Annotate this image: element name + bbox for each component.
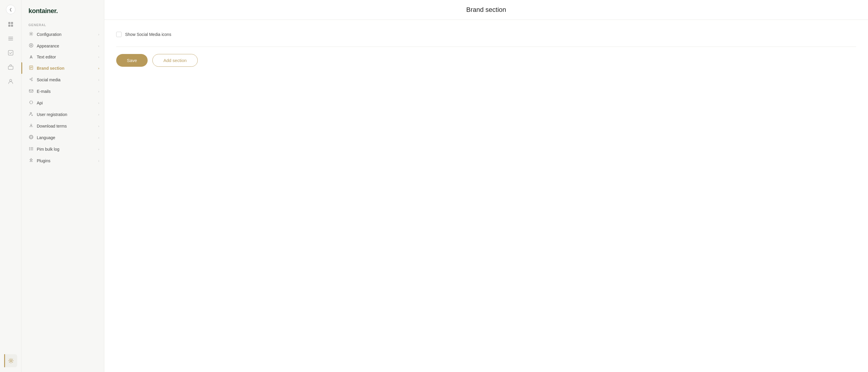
sidebar-label-download-terms: Download terms (37, 124, 95, 128)
sidebar-section-label: GENERAL (21, 21, 104, 28)
svg-point-9 (9, 80, 11, 82)
icon-rail: ❮ (0, 0, 21, 372)
chevron-icon-user-registration: › (98, 113, 99, 116)
svg-point-19 (30, 112, 32, 114)
svg-rect-24 (29, 149, 30, 150)
main-content-area: Brand section Show Social Media icons Sa… (104, 0, 868, 372)
sidebar-item-language[interactable]: Language › (21, 132, 104, 143)
check-icon (8, 50, 13, 56)
social-media-icon (28, 77, 34, 83)
save-button[interactable]: Save (116, 54, 148, 67)
rail-tasks-button[interactable] (4, 46, 17, 59)
svg-point-11 (31, 33, 32, 35)
plugins-icon (28, 158, 34, 164)
chevron-icon-brand-section: › (98, 66, 99, 70)
sidebar-label-api: Api (37, 101, 95, 105)
download-terms-icon (28, 123, 34, 129)
svg-rect-23 (29, 148, 30, 149)
sidebar-item-brand-section[interactable]: Brand section › (21, 62, 104, 74)
configuration-icon (28, 31, 34, 37)
action-buttons-row: Save Add section (116, 54, 856, 67)
sidebar-item-appearance[interactable]: Appearance › (21, 40, 104, 52)
api-icon (28, 100, 34, 106)
sidebar-item-social-media[interactable]: Social media › (21, 74, 104, 85)
grid-icon (8, 21, 13, 27)
rail-list-button[interactable] (4, 32, 17, 45)
sidebar-item-download-terms[interactable]: Download terms › (21, 120, 104, 132)
user-icon (8, 78, 13, 84)
sidebar-item-plugins[interactable]: Plugins › (21, 155, 104, 166)
svg-rect-3 (11, 25, 13, 27)
sidebar-label-configuration: Configuration (37, 32, 95, 37)
svg-rect-0 (8, 22, 10, 24)
chevron-icon-api: › (98, 101, 99, 105)
social-media-checkbox-row: Show Social Media icons (116, 32, 856, 37)
sidebar-label-plugins: Plugins (37, 159, 95, 163)
collapse-sidebar-button[interactable]: ❮ (6, 5, 16, 14)
chevron-icon-plugins: › (98, 159, 99, 163)
sidebar-label-appearance: Appearance (37, 44, 95, 48)
brand-section-icon (28, 65, 34, 71)
svg-rect-22 (29, 147, 30, 148)
chevron-icon-pim-bulk-log: › (98, 147, 99, 151)
chevron-icon-language: › (98, 136, 99, 139)
page-title: Brand section (466, 6, 506, 13)
settings-icon (8, 358, 14, 364)
sidebar-item-configuration[interactable]: Configuration › (21, 28, 104, 40)
svg-point-13 (31, 45, 32, 46)
svg-rect-5 (8, 38, 13, 39)
language-icon (28, 135, 34, 140)
sidebar-item-emails[interactable]: E-mails › (21, 85, 104, 97)
emails-icon (28, 88, 34, 94)
svg-point-10 (10, 360, 12, 362)
chevron-icon-text-editor: › (98, 55, 99, 59)
sidebar-label-pim-bulk-log: Pim bulk log (37, 147, 95, 151)
text-editor-icon: A (28, 55, 34, 59)
svg-rect-8 (8, 66, 13, 69)
sidebar: kontainer. GENERAL Configuration › Appea… (21, 0, 104, 372)
add-section-button[interactable]: Add section (152, 54, 197, 67)
main-content: Show Social Media icons Save Add section (104, 20, 868, 372)
svg-rect-7 (8, 51, 13, 55)
rail-user-button[interactable] (4, 75, 17, 88)
main-header: Brand section (104, 0, 868, 20)
sidebar-label-emails: E-mails (37, 89, 95, 94)
svg-rect-2 (8, 25, 10, 27)
user-registration-icon (28, 112, 34, 117)
pim-bulk-log-icon (28, 146, 34, 152)
sidebar-logo: kontainer. (21, 0, 104, 21)
sidebar-label-user-registration: User registration (37, 112, 95, 117)
chevron-icon-appearance: › (98, 44, 99, 48)
sidebar-item-api[interactable]: Api › (21, 97, 104, 109)
svg-rect-4 (8, 37, 13, 37)
svg-point-12 (29, 44, 33, 48)
chevron-icon-configuration: › (98, 33, 99, 36)
svg-rect-6 (8, 40, 13, 40)
chevron-icon-download-terms: › (98, 124, 99, 128)
chevron-icon-social-media: › (98, 78, 99, 82)
sidebar-item-text-editor[interactable]: A Text editor › (21, 52, 104, 62)
briefcase-icon (8, 64, 13, 70)
sidebar-label-social-media: Social media (37, 78, 95, 82)
content-divider (116, 47, 856, 47)
appearance-icon (28, 43, 34, 49)
sidebar-item-user-registration[interactable]: User registration › (21, 109, 104, 120)
icon-rail-bottom (4, 354, 17, 372)
rail-briefcase-button[interactable] (4, 60, 17, 74)
sidebar-label-brand-section: Brand section (37, 66, 95, 70)
svg-rect-1 (11, 22, 13, 24)
social-media-checkbox-label: Show Social Media icons (125, 32, 172, 37)
rail-settings-button[interactable] (4, 354, 17, 367)
social-media-checkbox[interactable] (116, 32, 122, 37)
chevron-icon-emails: › (98, 90, 99, 93)
sidebar-item-pim-bulk-log[interactable]: Pim bulk log › (21, 143, 104, 155)
app-logo: kontainer. (28, 7, 58, 15)
svg-rect-18 (29, 90, 33, 92)
sidebar-label-language: Language (37, 135, 95, 140)
sidebar-label-text-editor: Text editor (37, 55, 95, 59)
icon-rail-top: ❮ (4, 5, 17, 352)
list-icon (8, 36, 13, 41)
rail-grid-button[interactable] (4, 18, 17, 31)
